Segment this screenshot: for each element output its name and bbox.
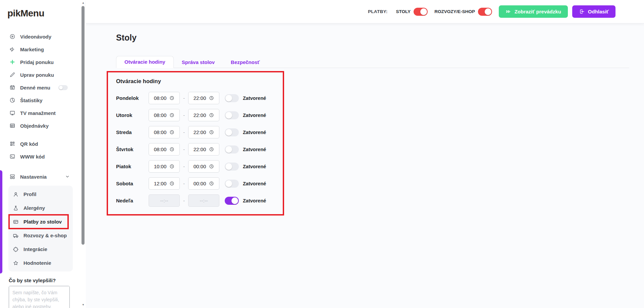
clock-icon	[169, 147, 174, 152]
clock-icon	[209, 147, 214, 152]
toggle-knob	[485, 8, 491, 15]
clock-icon	[209, 181, 214, 186]
sidebar-item-platby-zo-stolov[interactable]: Platby zo stolov	[8, 215, 73, 229]
toggle-label: ROZVOZY/E-SHOP	[434, 9, 475, 14]
closed-toggle-piatok[interactable]	[225, 163, 239, 171]
sidebar-item-profil[interactable]: Profil	[8, 187, 73, 201]
sidebar-item-marketing[interactable]: Marketing	[0, 43, 80, 56]
day-label: Štvrtok	[116, 146, 149, 152]
day-label: Sobota	[116, 181, 149, 186]
closed-toggle-streda[interactable]	[225, 128, 239, 136]
credit-card-icon	[13, 219, 19, 225]
time-input-to-pondelok[interactable]: 22:00	[188, 92, 219, 104]
scrollbar-up-arrow[interactable]: ▲	[80, 1, 86, 5]
closed-toggle-utorok[interactable]	[225, 111, 239, 119]
time-input-to-štvrtok[interactable]: 22:00	[188, 143, 219, 156]
stoly-toggle[interactable]	[414, 8, 428, 16]
toggle-knob	[225, 146, 232, 153]
clock-icon	[169, 96, 174, 101]
day-label: Piatok	[116, 164, 149, 169]
active-section-indicator	[0, 170, 2, 273]
time-separator: -	[180, 113, 188, 118]
sidebar: pikMenu VideonávodyMarketingPridaj ponuk…	[0, 0, 80, 308]
day-label: Pondelok	[116, 95, 149, 101]
sidebar-item-integrácie[interactable]: Integrácie	[8, 242, 73, 256]
tab-bar: Otváracie hodinySpráva stolovBezpečnosť	[116, 56, 629, 68]
time-input-to-sobota[interactable]: 00:00	[188, 177, 219, 190]
sidebar-item-label: Nastavenia	[20, 174, 47, 180]
sidebar-item-videonávody[interactable]: Videonávody	[0, 30, 80, 43]
time-value: 12:00	[154, 181, 167, 186]
sidebar-item-www-k-d[interactable]: WWW kód	[0, 150, 80, 163]
time-value: --:--	[200, 198, 208, 203]
scrollbar-down-arrow[interactable]: ▼	[80, 303, 86, 307]
time-input-from-štvrtok[interactable]: 08:00	[149, 143, 180, 156]
time-input-from-streda[interactable]: 08:00	[149, 126, 180, 138]
settings-submenu: ProfilAlergényPlatby zo stolovRozvozy & …	[8, 186, 73, 271]
show-operation-button[interactable]: Zobraziť prevádzku	[499, 5, 568, 18]
sidebar-item-štatistiky[interactable]: Štatistiky	[0, 94, 80, 107]
monitor-icon	[9, 110, 15, 116]
time-input-to-utorok[interactable]: 22:00	[188, 109, 219, 121]
time-separator: -	[180, 96, 188, 101]
logout-button[interactable]: Odhlasiť	[572, 5, 615, 18]
time-separator: -	[180, 164, 188, 169]
sidebar-item-denné-menu[interactable]: Denné menu	[0, 81, 80, 94]
toggle-knob	[225, 112, 232, 119]
calendar-icon	[9, 84, 15, 90]
sidebar-item-rozvozy-e-shop[interactable]: Rozvozy & e-shop	[8, 229, 73, 242]
tab-otváracie-hodiny[interactable]: Otváracie hodiny	[116, 56, 174, 68]
sidebar-item-label: Štatistiky	[20, 98, 43, 103]
tab-bezpečnosť[interactable]: Bezpečnosť	[223, 57, 268, 68]
sidebar-item-tv-manažment[interactable]: TV manažment	[0, 107, 80, 119]
sidebar-scrollbar[interactable]: ▲ ▼	[80, 0, 86, 308]
sidebar-item-label: Objednávky	[20, 123, 49, 129]
terminal-icon	[9, 153, 15, 160]
daily-menu-toggle[interactable]	[58, 85, 68, 90]
time-value: 08:00	[154, 112, 167, 118]
sidebar-item-hodnotenie[interactable]: Hodnotenie	[8, 256, 73, 270]
app-root: pikMenu VideonávodyMarketingPridaj ponuk…	[0, 0, 644, 308]
sidebar-item-uprav-ponuku[interactable]: Uprav ponuku	[0, 68, 80, 81]
clock-icon	[169, 130, 174, 135]
feedback-input[interactable]	[9, 286, 70, 308]
sidebar-item-objednávky[interactable]: Objednávky	[0, 119, 80, 132]
tab-správa-stolov[interactable]: Správa stolov	[174, 57, 223, 68]
fast-forward-icon	[505, 9, 511, 14]
rozvozy-e-shop-toggle[interactable]	[478, 8, 492, 16]
closed-toggle-štvrtok[interactable]	[225, 145, 239, 153]
sidebar-item-label: Pridaj ponuku	[20, 59, 54, 65]
time-input-from-piatok[interactable]: 10:00	[149, 160, 180, 173]
time-input-from-pondelok[interactable]: 08:00	[149, 92, 180, 104]
clock-icon	[169, 181, 174, 186]
sidebar-nav: VideonávodyMarketingPridaj ponukuUprav p…	[0, 30, 80, 163]
time-input-from-utorok[interactable]: 08:00	[149, 109, 180, 121]
closed-label: Zatvorené	[243, 113, 266, 118]
clock-icon	[169, 113, 174, 118]
clock-icon	[209, 164, 214, 169]
sidebar-item-pridaj-ponuku[interactable]: Pridaj ponuku	[0, 56, 80, 68]
qr-code-icon	[9, 141, 15, 147]
time-input-from-sobota[interactable]: 12:00	[149, 177, 180, 190]
platby-label: PLATBY:	[368, 9, 388, 14]
payment-toggle-group-stoly: STOLY	[396, 8, 428, 16]
show-operation-label: Zobraziť prevádzku	[515, 9, 561, 14]
time-input-to-piatok[interactable]: 00:00	[188, 160, 219, 173]
payment-toggles: STOLYROZVOZY/E-SHOP	[396, 8, 499, 16]
toggle-knob	[225, 163, 232, 170]
opening-hours-row-piatok: Piatok10:00-00:00Zatvorené	[116, 160, 275, 173]
closed-label: Zatvorené	[243, 96, 266, 101]
time-input-to-nedeľa: --:--	[188, 194, 219, 207]
sidebar-item-nastavenia[interactable]: Nastavenia	[0, 170, 80, 184]
closed-toggle-nedeľa[interactable]	[225, 197, 239, 205]
sidebar-item-alergény[interactable]: Alergény	[8, 201, 73, 215]
table-icon	[9, 123, 15, 129]
closed-toggle-pondelok[interactable]	[225, 94, 239, 102]
scrollbar-thumb[interactable]	[82, 6, 85, 245]
sidebar-item-qr-k-d[interactable]: QR kód	[0, 137, 80, 150]
time-separator: -	[180, 130, 188, 135]
sitemap-icon	[9, 174, 15, 180]
day-label: Nedeľa	[116, 198, 149, 203]
time-input-to-streda[interactable]: 22:00	[188, 126, 219, 138]
closed-toggle-sobota[interactable]	[225, 180, 239, 188]
